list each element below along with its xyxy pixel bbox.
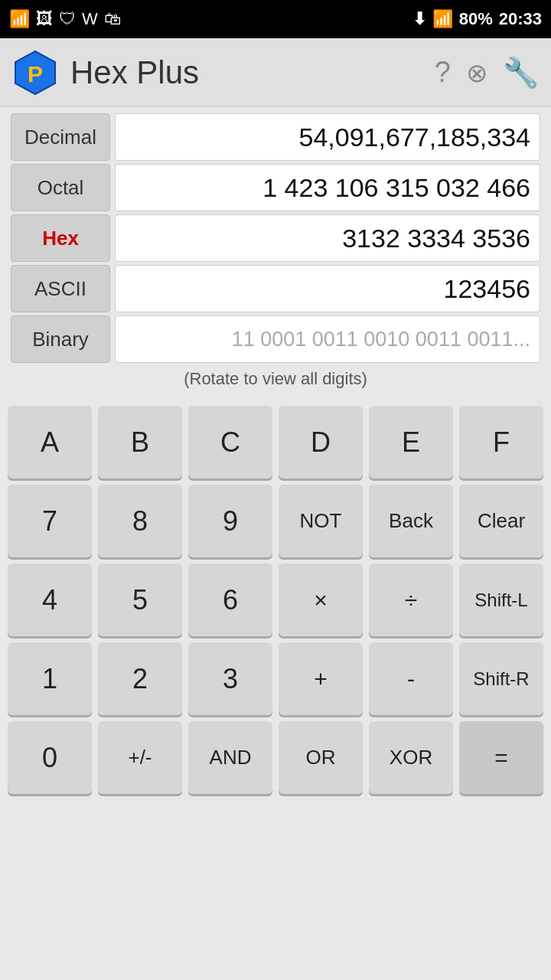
ascii-label[interactable]: ASCII: [11, 265, 110, 312]
keypad-row-5: 0 +/- AND OR XOR =: [8, 721, 543, 794]
app-title: Hex Plus: [70, 54, 419, 91]
battery-label: 80%: [459, 9, 493, 29]
binary-label[interactable]: Binary: [11, 315, 110, 363]
key-1[interactable]: 1: [8, 642, 92, 715]
key-NOT[interactable]: NOT: [279, 485, 363, 557]
key-XOR[interactable]: XOR: [369, 721, 453, 794]
app-logo: P: [12, 50, 58, 96]
keypad-row-3: 4 5 6 × ÷ Shift-L: [8, 564, 543, 636]
key-6[interactable]: 6: [188, 564, 272, 636]
svg-text:P: P: [28, 61, 43, 87]
bag-icon: 🛍: [104, 9, 121, 29]
close-circle-icon[interactable]: ⊗: [466, 57, 487, 88]
octal-row: Octal 1 423 106 315 032 466: [11, 164, 540, 211]
key-Back[interactable]: Back: [369, 485, 453, 557]
hex-row: Hex 3132 3334 3536: [11, 214, 540, 262]
key-B[interactable]: B: [98, 406, 182, 479]
octal-label[interactable]: Octal: [11, 164, 110, 211]
key-AND[interactable]: AND: [188, 721, 272, 794]
key-divide[interactable]: ÷: [369, 564, 453, 636]
hex-value[interactable]: 3132 3334 3536: [115, 214, 540, 262]
key-E[interactable]: E: [369, 406, 453, 479]
key-ShiftR[interactable]: Shift-R: [459, 642, 543, 715]
decimal-value[interactable]: 54,091,677,185,334: [115, 113, 540, 161]
keypad-row-4: 1 2 3 + - Shift-R: [8, 642, 543, 715]
key-9[interactable]: 9: [188, 485, 272, 557]
display-area: Decimal 54,091,677,185,334 Octal 1 423 1…: [0, 107, 551, 401]
status-bar: 📶 🖼 🛡 W 🛍 ⬇ 📶 80% 20:33: [0, 0, 551, 38]
key-plusminus[interactable]: +/-: [98, 721, 182, 794]
decimal-label[interactable]: Decimal: [11, 113, 110, 161]
download-icon: ⬇: [412, 9, 426, 29]
key-3[interactable]: 3: [188, 642, 272, 715]
word-icon: W: [82, 9, 98, 29]
key-7[interactable]: 7: [8, 485, 92, 557]
key-Clear[interactable]: Clear: [459, 485, 543, 557]
ascii-row: ASCII 123456: [11, 265, 540, 312]
key-2[interactable]: 2: [98, 642, 182, 715]
decimal-row: Decimal 54,091,677,185,334: [11, 113, 540, 161]
title-bar: P Hex Plus ? ⊗ 🔧: [0, 38, 551, 107]
time-label: 20:33: [499, 9, 542, 29]
status-left: 📶 🖼 🛡 W 🛍: [9, 9, 121, 29]
octal-value[interactable]: 1 423 106 315 032 466: [115, 164, 540, 211]
key-F[interactable]: F: [459, 406, 543, 479]
hex-label[interactable]: Hex: [11, 214, 110, 262]
status-right: ⬇ 📶 80% 20:33: [412, 9, 542, 29]
shield-icon: 🛡: [59, 9, 76, 29]
gallery-icon: 🖼: [36, 9, 53, 29]
key-plus[interactable]: +: [279, 642, 363, 715]
wifi-icon: 📶: [9, 9, 30, 29]
help-icon[interactable]: ?: [435, 56, 451, 89]
key-minus[interactable]: -: [369, 642, 453, 715]
key-D[interactable]: D: [279, 406, 363, 479]
binary-value[interactable]: 11 0001 0011 0010 0011 0011...: [115, 315, 540, 363]
key-A[interactable]: A: [8, 406, 92, 479]
key-ShiftL[interactable]: Shift-L: [459, 564, 543, 636]
ascii-value[interactable]: 123456: [115, 265, 540, 312]
key-4[interactable]: 4: [8, 564, 92, 636]
keypad: A B C D E F 7 8 9 NOT Back Clear 4 5 6 ×…: [0, 401, 551, 808]
key-equals[interactable]: =: [459, 721, 543, 794]
keypad-row-2: 7 8 9 NOT Back Clear: [8, 485, 543, 557]
key-OR[interactable]: OR: [279, 721, 363, 794]
key-5[interactable]: 5: [98, 564, 182, 636]
signal-icon: 📶: [432, 9, 453, 29]
key-8[interactable]: 8: [98, 485, 182, 557]
keypad-row-1: A B C D E F: [8, 406, 543, 479]
key-C[interactable]: C: [188, 406, 272, 479]
binary-row: Binary 11 0001 0011 0010 0011 0011...: [11, 315, 540, 363]
settings-icon[interactable]: 🔧: [503, 56, 539, 90]
key-multiply[interactable]: ×: [279, 564, 363, 636]
key-0[interactable]: 0: [8, 721, 92, 794]
rotate-hint: (Rotate to view all digits): [11, 366, 540, 395]
